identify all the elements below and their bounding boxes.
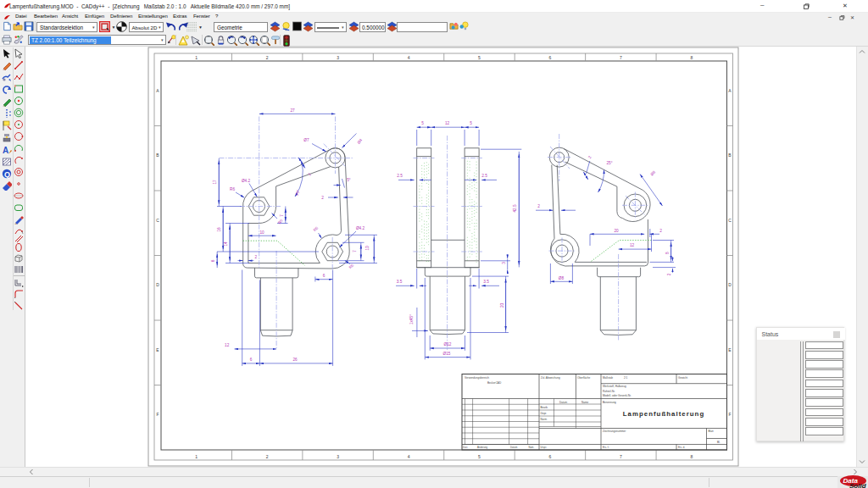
svg-text:A: A: [3, 146, 8, 155]
svg-text:Maßstab: Maßstab: [603, 376, 613, 380]
svg-text:Nam.: Nam.: [529, 446, 535, 449]
svg-text:4: 4: [408, 454, 410, 459]
svg-text:Zul. Abweichung: Zul. Abweichung: [541, 376, 560, 380]
svg-text:6: 6: [250, 358, 253, 362]
svg-text:42.5: 42.5: [513, 204, 517, 213]
svg-text:Zust.: Zust.: [463, 446, 468, 449]
svg-text:2.5: 2.5: [397, 174, 403, 178]
svg-text:F: F: [728, 412, 731, 417]
svg-text:12: 12: [630, 243, 635, 247]
svg-text:6: 6: [323, 274, 326, 278]
svg-text:7: 7: [620, 55, 622, 60]
svg-text:D: D: [728, 282, 732, 287]
svg-text:25°: 25°: [606, 161, 612, 165]
svg-text:3: 3: [502, 262, 506, 264]
svg-text:2: 2: [659, 229, 662, 233]
svg-text:Bl.: Bl.: [717, 441, 721, 444]
svg-text:Modell- oder Gesenk-Nr.: Modell- oder Gesenk-Nr.: [603, 394, 632, 397]
svg-text:16: 16: [217, 227, 221, 232]
svg-text:Datum: Datum: [510, 446, 518, 449]
svg-text:Lampenfußhalterung: Lampenfußhalterung: [623, 410, 704, 418]
svg-text:BeckerCAD: BeckerCAD: [487, 381, 502, 385]
svg-text:12: 12: [445, 121, 450, 125]
svg-text:26: 26: [292, 358, 298, 362]
svg-text:Norm: Norm: [541, 418, 548, 421]
svg-text:Ø8: Ø8: [559, 276, 565, 280]
svg-text:C: C: [156, 218, 159, 223]
svg-text:5: 5: [421, 121, 424, 125]
svg-text:5°: 5°: [347, 178, 351, 182]
svg-text:10: 10: [259, 230, 264, 235]
svg-text:Bearb.: Bearb.: [541, 406, 548, 409]
svg-text:Oberfläche: Oberfläche: [577, 376, 590, 380]
svg-text:20: 20: [500, 303, 504, 308]
svg-text:8: 8: [690, 55, 693, 60]
svg-text:7: 7: [353, 250, 357, 252]
svg-text:Ø4.2: Ø4.2: [242, 179, 251, 183]
svg-text:2.5: 2.5: [481, 174, 487, 178]
svg-text:Gewicht: Gewicht: [678, 376, 687, 380]
svg-text:Zeichnungsnummer: Zeichnungsnummer: [603, 430, 626, 433]
svg-text:1: 1: [195, 454, 198, 459]
svg-text:12: 12: [225, 343, 230, 347]
svg-text:4: 4: [408, 55, 410, 60]
svg-text:3.5: 3.5: [397, 280, 403, 284]
svg-text:14: 14: [224, 241, 228, 247]
svg-text:Gepr.: Gepr.: [541, 412, 548, 415]
svg-text:17: 17: [213, 180, 217, 185]
svg-text:7: 7: [620, 454, 622, 459]
svg-text:Verwendungsbereich: Verwendungsbereich: [465, 376, 489, 380]
svg-text:8: 8: [690, 454, 693, 459]
svg-text:2: 2: [537, 204, 540, 208]
svg-text:20: 20: [614, 229, 619, 233]
svg-text:D: D: [156, 282, 159, 287]
svg-text:5: 5: [470, 121, 472, 125]
svg-text:1x45°: 1x45°: [409, 314, 414, 324]
svg-text:1: 1: [195, 55, 198, 60]
svg-text:Urspr.: Urspr.: [541, 446, 548, 449]
svg-text:Ø12: Ø12: [444, 342, 452, 347]
svg-text:2:1: 2:1: [624, 376, 628, 380]
svg-text:2: 2: [667, 273, 671, 275]
svg-text:2: 2: [266, 55, 269, 60]
svg-text:Blatt: Blatt: [709, 430, 714, 433]
svg-text:5: 5: [478, 454, 481, 459]
svg-text:3: 3: [337, 454, 339, 459]
svg-text:F: F: [156, 412, 159, 417]
svg-text:Name: Name: [581, 401, 589, 404]
svg-text:Änderung: Änderung: [477, 446, 488, 449]
svg-text:Datum: Datum: [559, 401, 568, 404]
svg-text:Solid: Solid: [849, 482, 867, 488]
svg-text:3.5: 3.5: [483, 280, 489, 284]
svg-text:3: 3: [337, 55, 339, 60]
svg-text:C: C: [728, 218, 732, 223]
svg-text:7: 7: [280, 214, 284, 217]
svg-text:Rohteil-Nr.: Rohteil-Nr.: [603, 390, 615, 393]
svg-text:Ø7: Ø7: [303, 138, 309, 142]
svg-text:2: 2: [266, 454, 269, 459]
svg-text:R6: R6: [230, 187, 235, 191]
svg-text:Ers. d.: Ers. d.: [678, 446, 685, 449]
svg-text:8: 8: [665, 252, 670, 254]
svg-text:Werkstoff, Halbzeug: Werkstoff, Halbzeug: [603, 385, 626, 388]
svg-text:6: 6: [549, 55, 552, 60]
svg-text:Ers. f.:: Ers. f.:: [603, 446, 609, 449]
svg-text:2: 2: [321, 196, 324, 200]
svg-text:27: 27: [290, 108, 295, 113]
svg-text:10: 10: [365, 246, 370, 251]
svg-text:Ø15: Ø15: [443, 352, 451, 356]
svg-text:2: 2: [255, 255, 258, 259]
svg-text:Q: Q: [4, 170, 10, 179]
svg-text:6: 6: [211, 259, 215, 262]
svg-text:6: 6: [549, 454, 552, 459]
svg-text:5: 5: [478, 55, 481, 60]
svg-text:Benennung: Benennung: [603, 401, 616, 404]
svg-text:Ø4.2: Ø4.2: [356, 226, 365, 230]
